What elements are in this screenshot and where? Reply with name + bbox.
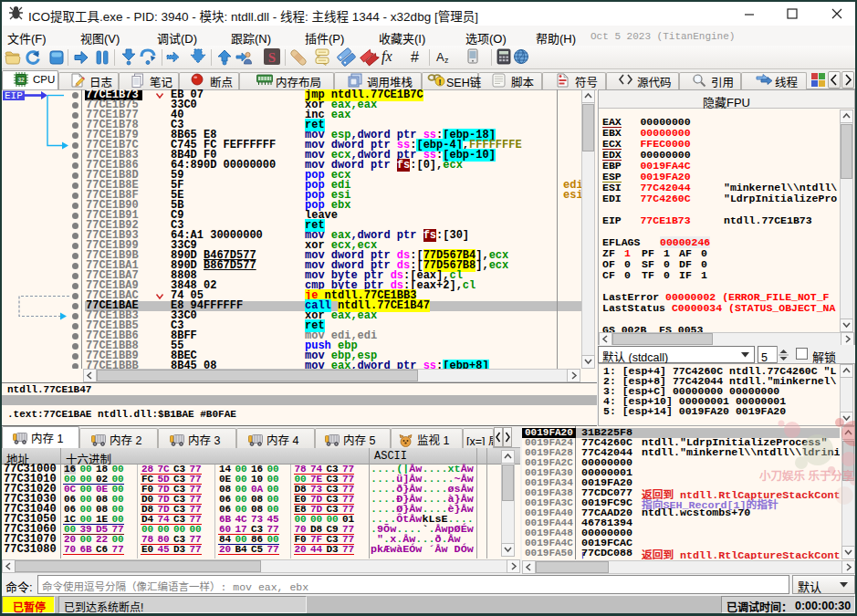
svg-text:EIP: EIP: [5, 90, 23, 101]
svg-text:32: 32: [17, 77, 25, 83]
svg-text:S: S: [268, 50, 276, 65]
svg-text:A: A: [436, 50, 444, 64]
svg-text:!: !: [439, 78, 442, 87]
svg-text:fx: fx: [381, 48, 392, 65]
svg-text:#: #: [411, 49, 419, 65]
svg-text:z: z: [444, 56, 449, 65]
